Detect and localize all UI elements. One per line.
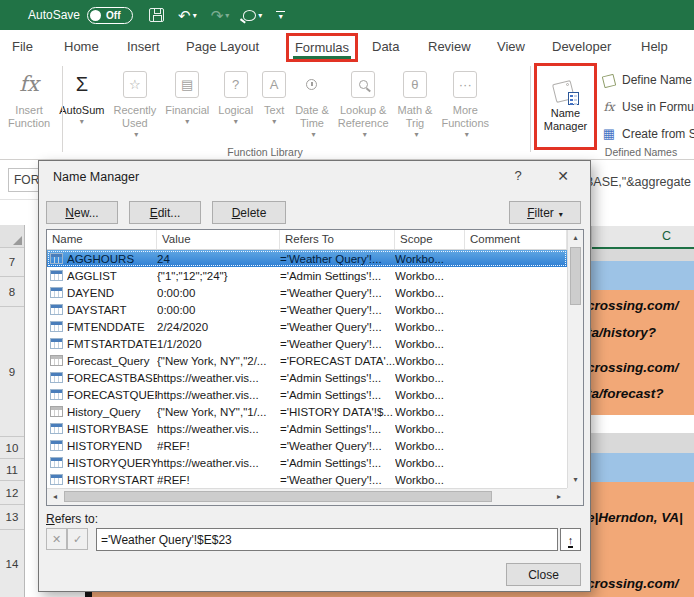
lasso-select-button[interactable]: ▾ [243,10,262,21]
row-header-7[interactable]: 7 [0,248,24,277]
cell-band-gray[interactable] [591,249,694,261]
col-value[interactable]: Value [157,230,280,249]
cell-band-gray[interactable] [591,433,694,453]
name-row[interactable]: FMTSTARTDATE1/1/2020='Weather Query'!...… [47,335,567,352]
column-header-c[interactable]: C [591,226,694,249]
tab-home[interactable]: Home [64,30,99,62]
autosum-button[interactable]: ΣAutoSum▾ [55,64,108,126]
math-trig-button[interactable]: θMath & Trig▾ [394,64,437,139]
filter-button[interactable]: Filter▾ [509,201,581,224]
define-name-button[interactable]: Define Name [602,66,694,93]
search-icon [359,80,368,89]
value-cell: #REF! [157,474,280,486]
scroll-right-icon[interactable]: ▸ [551,489,567,505]
scroll-left-icon[interactable]: ◂ [47,489,63,505]
tab-help[interactable]: Help [641,30,668,62]
tab-page-layout[interactable]: Page Layout [186,30,259,62]
name-row[interactable]: Forecast_Query{"New York, NY","2/...='FO… [47,352,567,369]
save-button[interactable] [149,8,164,22]
name-row[interactable]: DAYEND0:00:00='Weather Query'!...Workbo.… [47,284,567,301]
name-row[interactable]: FMTENDDATE2/24/2020='Weather Query'!...W… [47,318,567,335]
row-header-9[interactable]: 9 [0,307,24,437]
tab-file[interactable]: File [12,30,33,62]
refers-to-input[interactable] [96,528,558,551]
cell-band-blue[interactable] [591,453,694,482]
customize-qat-button[interactable]: ▾ [276,11,285,20]
named-range-icon [50,423,63,434]
scope-cell: Workbo... [395,253,465,265]
scope-cell: Workbo... [395,355,465,367]
autosave-switch[interactable]: Off [87,7,133,24]
scroll-up-icon[interactable]: ▴ [568,230,583,246]
name-row[interactable]: AGGHOURS24='Weather Query'!...Workbo... [47,250,567,267]
logical-button[interactable]: ?Logical▾ [214,64,257,126]
edit-button[interactable]: Edit... [129,201,201,224]
autosave-toggle[interactable]: AutoSave Off [28,7,133,24]
tab-review[interactable]: Review [428,30,471,62]
close-icon[interactable]: ✕ [545,163,581,188]
tab-view[interactable]: View [497,30,525,62]
name-row[interactable]: DAYSTART0:00:00='Weather Query'!...Workb… [47,301,567,318]
row-header-8[interactable]: 8 [0,277,24,307]
scrollbar-thumb[interactable] [64,491,492,502]
scroll-down-icon[interactable]: ▾ [568,472,583,488]
date-time-button[interactable]: Date & Time▾ [291,64,333,139]
help-button[interactable]: ? [504,163,532,188]
create-from-selection-button[interactable]: ▦ Create from Se [602,120,694,147]
value-cell: https://weather.vis... [157,457,280,469]
name-row[interactable]: HISTORYSTART#REF!='Weather Query'!...Wor… [47,471,567,488]
refersto-cell: ='Weather Query'!... [280,338,395,350]
row-header-14[interactable]: 14 [0,530,24,597]
lookup-reference-button[interactable]: Lookup & Reference▾ [334,64,393,139]
chevron-down-icon: ▾ [80,117,84,126]
col-comment[interactable]: Comment [465,230,567,249]
tab-insert[interactable]: Insert [127,30,160,62]
col-refers[interactable]: Refers To [280,230,395,249]
name-manager-button[interactable]: Name Manager [544,80,587,133]
col-scope[interactable]: Scope [395,230,465,249]
ribbon-button-label: Math & Trig [398,104,433,130]
recently-used-button[interactable]: ☆Recently Used▾ [109,64,160,139]
new-button[interactable]: New... [46,201,118,224]
name-row[interactable]: AGGLIST{"1";"12";"24"}='Admin Settings'!… [47,267,567,284]
select-all-corner[interactable] [0,225,24,248]
name-row[interactable]: FORECASTQUERYhttps://weather.vis...='Adm… [47,386,567,403]
close-button[interactable]: Close [506,563,581,586]
cell-text: crossing.com/ [591,360,679,375]
cell-band-orange[interactable]: e|Herndon, VA| crossing.com/ [591,482,694,597]
scrollbar-thumb[interactable] [570,247,581,305]
text-button[interactable]: AText▾ [258,64,290,126]
tab-developer[interactable]: Developer [552,30,611,62]
row-header-13[interactable]: 13 [0,505,24,530]
row-header-11[interactable]: 11 [0,459,24,481]
insert-function-button[interactable]: fxInsert Function [4,64,54,130]
financial-button[interactable]: ▤Financial▾ [161,64,213,126]
scope-cell: Workbo... [395,270,465,282]
formula-bar-fragment[interactable]: BASE,"&aggregate [591,160,694,200]
name-row[interactable]: History_Query{"New York, NY","1/...='HIS… [47,403,567,420]
vertical-scrollbar[interactable]: ▴ ▾ [567,230,583,488]
excel-window: AutoSave Off ↶▾ ↷▾ ▾ ▾ File Home Insert … [0,0,694,597]
row-header-12[interactable]: 12 [0,481,24,505]
delete-button[interactable]: Delete [212,201,286,224]
cell-band-blue[interactable] [591,261,694,290]
cancel-icon[interactable]: ✕ [46,528,67,550]
undo-button[interactable]: ↶▾ [178,8,197,23]
name-row[interactable]: FORECASTBASEhttps://weather.vis...='Admi… [47,369,567,386]
confirm-icon[interactable]: ✓ [67,528,88,550]
use-in-formula-button[interactable]: fx Use in Formula [602,93,694,120]
collapse-dialog-button[interactable]: ↑ [560,528,581,551]
named-range-icon [50,389,63,400]
tab-data[interactable]: Data [372,30,399,62]
name-row[interactable]: HISTORYQUERYhttps://weather.vis...='Admi… [47,454,567,471]
more-functions-button[interactable]: ···More Functions▾ [437,64,493,139]
name-row[interactable]: HISTORYEND#REF!='Weather Query'!...Workb… [47,437,567,454]
col-name[interactable]: Name [47,230,157,249]
redo-button[interactable]: ↷▾ [211,8,230,23]
cell-band-orange[interactable]: crossing.com/ ta/history? crossing.com/ … [591,290,694,415]
redo-icon: ↷ [211,8,224,23]
horizontal-scrollbar[interactable]: ◂ ▸ [47,488,567,505]
row-header-10[interactable]: 10 [0,437,24,459]
defined-names-menu: Define Name fx Use in Formula ▦ Create f… [602,66,694,147]
name-row[interactable]: HISTORYBASEhttps://weather.vis...='Admin… [47,420,567,437]
